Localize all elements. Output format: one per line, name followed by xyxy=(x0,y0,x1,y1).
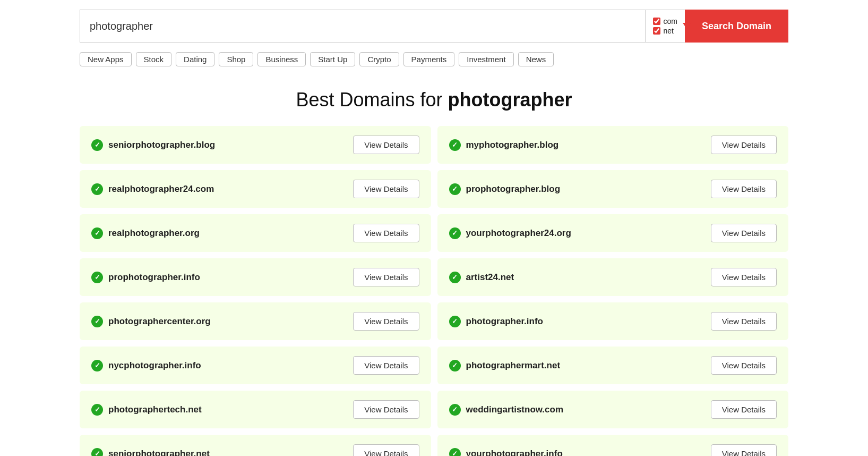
view-details-button[interactable]: View Details xyxy=(711,136,777,154)
available-check-icon xyxy=(449,360,461,371)
domain-row: yourphotographer24.orgView Details xyxy=(437,214,789,252)
tld-com-label: com xyxy=(664,17,677,26)
domain-left: photographercenter.org xyxy=(91,316,211,327)
available-check-icon xyxy=(91,448,103,457)
available-check-icon xyxy=(91,183,103,195)
view-details-button[interactable]: View Details xyxy=(353,356,419,375)
domain-name: photographercenter.org xyxy=(108,316,211,327)
domain-left: yourphotographer.info xyxy=(449,448,563,457)
available-check-icon xyxy=(449,404,461,416)
domain-name: weddingartistnow.com xyxy=(466,404,564,415)
domain-row: prophotographer.infoView Details xyxy=(80,258,431,296)
search-domain-button[interactable]: Search Domain xyxy=(685,10,788,43)
domain-name: nycphotographer.info xyxy=(108,360,201,371)
domain-row: realphotographer.orgView Details xyxy=(80,214,431,252)
domain-row: myphotographer.blogView Details xyxy=(437,126,789,164)
domain-name: photographer.info xyxy=(466,316,543,327)
category-tag-new-apps[interactable]: New Apps xyxy=(80,52,132,66)
available-check-icon xyxy=(91,360,103,371)
view-details-button[interactable]: View Details xyxy=(711,356,777,375)
available-check-icon xyxy=(449,139,461,151)
tld-net-label: net xyxy=(664,27,674,35)
available-check-icon xyxy=(449,316,461,327)
domain-left: prophotographer.blog xyxy=(449,183,561,195)
domain-name: seniorphotographer.net xyxy=(108,449,210,457)
domain-name: seniorphotographer.blog xyxy=(108,140,215,150)
domain-row: prophotographer.blogView Details xyxy=(437,170,789,208)
domain-row: seniorphotographer.blogView Details xyxy=(80,126,431,164)
domain-name: photographertech.net xyxy=(108,404,202,415)
domain-left: seniorphotographer.blog xyxy=(91,139,215,151)
domain-left: photographertech.net xyxy=(91,404,202,416)
view-details-button[interactable]: View Details xyxy=(711,400,777,419)
available-check-icon xyxy=(449,448,461,457)
category-tag-dating[interactable]: Dating xyxy=(176,52,214,66)
view-details-button[interactable]: View Details xyxy=(711,180,777,198)
category-tag-crypto[interactable]: Crypto xyxy=(359,52,399,66)
category-bar: New AppsStockDatingShopBusinessStart UpC… xyxy=(0,52,868,74)
available-check-icon xyxy=(91,227,103,239)
category-tag-news[interactable]: News xyxy=(518,52,554,66)
view-details-button[interactable]: View Details xyxy=(711,444,777,456)
search-input[interactable]: photographer xyxy=(90,20,635,32)
domain-row: seniorphotographer.netView Details xyxy=(80,435,431,456)
domain-row: artist24.netView Details xyxy=(437,258,789,296)
headline-prefix: Best Domains for xyxy=(296,89,448,111)
view-details-button[interactable]: View Details xyxy=(353,444,419,456)
domain-left: myphotographer.blog xyxy=(449,139,559,151)
domain-row: photographercenter.orgView Details xyxy=(80,302,431,340)
view-details-button[interactable]: View Details xyxy=(711,312,777,331)
available-check-icon xyxy=(91,316,103,327)
category-tag-stock[interactable]: Stock xyxy=(136,52,172,66)
tld-com-checkbox[interactable] xyxy=(653,18,660,25)
domain-name: realphotographer.org xyxy=(108,228,200,239)
domain-name: prophotographer.blog xyxy=(466,184,561,195)
tld-com-option[interactable]: com xyxy=(653,17,677,26)
domain-row: nycphotographer.infoView Details xyxy=(80,347,431,384)
domain-row: photographertech.netView Details xyxy=(80,391,431,428)
category-tag-shop[interactable]: Shop xyxy=(219,52,253,66)
domain-left: weddingartistnow.com xyxy=(449,404,564,416)
available-check-icon xyxy=(449,272,461,283)
view-details-button[interactable]: View Details xyxy=(711,224,777,242)
domain-left: artist24.net xyxy=(449,272,514,283)
page-headline: Best Domains for photographer xyxy=(0,89,868,111)
category-tag-start-up[interactable]: Start Up xyxy=(310,52,355,66)
tld-net-option[interactable]: net xyxy=(653,27,677,35)
view-details-button[interactable]: View Details xyxy=(353,268,419,286)
domain-name: realphotographer24.com xyxy=(108,184,214,195)
domain-row: weddingartistnow.comView Details xyxy=(437,391,789,428)
category-tag-business[interactable]: Business xyxy=(257,52,306,66)
top-bar: photographer com net Search Domain xyxy=(0,0,868,52)
domain-left: seniorphotographer.net xyxy=(91,448,210,457)
domain-name: prophotographer.info xyxy=(108,272,200,283)
category-tag-payments[interactable]: Payments xyxy=(403,52,455,66)
domain-left: photographermart.net xyxy=(449,360,561,371)
view-details-button[interactable]: View Details xyxy=(353,400,419,419)
domain-row: yourphotographer.infoView Details xyxy=(437,435,789,456)
domain-name: yourphotographer.info xyxy=(466,449,563,457)
domain-left: yourphotographer24.org xyxy=(449,227,571,239)
headline-keyword: photographer xyxy=(448,89,572,111)
domain-name: artist24.net xyxy=(466,272,514,283)
category-tag-investment[interactable]: Investment xyxy=(459,52,513,66)
tld-selector: com net xyxy=(645,10,685,43)
view-details-button[interactable]: View Details xyxy=(711,268,777,286)
domain-left: photographer.info xyxy=(449,316,543,327)
domain-name: photographermart.net xyxy=(466,360,561,371)
view-details-button[interactable]: View Details xyxy=(353,312,419,331)
domain-left: realphotographer24.com xyxy=(91,183,214,195)
domain-left: prophotographer.info xyxy=(91,272,200,283)
view-details-button[interactable]: View Details xyxy=(353,224,419,242)
domain-left: realphotographer.org xyxy=(91,227,200,239)
tld-net-checkbox[interactable] xyxy=(653,27,660,35)
dropdown-arrow-icon[interactable] xyxy=(683,23,691,29)
domain-left: nycphotographer.info xyxy=(91,360,201,371)
available-check-icon xyxy=(449,183,461,195)
view-details-button[interactable]: View Details xyxy=(353,136,419,154)
domain-row: photographermart.netView Details xyxy=(437,347,789,384)
domain-name: yourphotographer24.org xyxy=(466,228,571,239)
available-check-icon xyxy=(449,227,461,239)
view-details-button[interactable]: View Details xyxy=(353,180,419,198)
domain-row: realphotographer24.comView Details xyxy=(80,170,431,208)
